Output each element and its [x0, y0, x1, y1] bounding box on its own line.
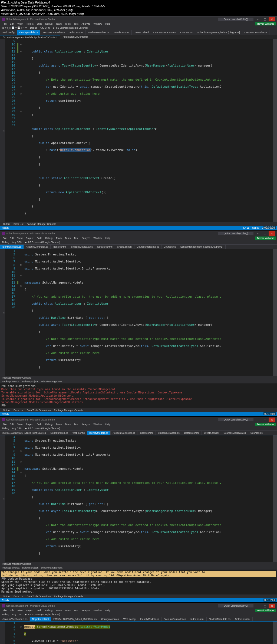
- menu-build[interactable]: Build: [35, 609, 43, 612]
- fold-column[interactable]: ⊟⊟⊟⊟⊟⊟: [18, 622, 23, 644]
- tab-index[interactable]: Index.cshtml: [67, 30, 86, 35]
- menu-help[interactable]: Help: [104, 609, 112, 612]
- menu-analyze[interactable]: Analyze: [80, 22, 92, 25]
- pmc-output[interactable]: the changes to your model when you scaff…: [0, 570, 277, 594]
- left-toolstrip[interactable]: ⬚: [0, 249, 5, 376]
- tab-coursesmeta[interactable]: CoursesMetadata.cs: [221, 431, 248, 435]
- quick-launch[interactable]: Quick Launch (Ctrl+Q): [218, 232, 253, 235]
- member-dropdown[interactable]: ApplicationDbContext(): [60, 35, 91, 39]
- quick-launch[interactable]: Quick Launch (Ctrl+Q): [218, 418, 253, 421]
- tab-courses[interactable]: Courses.cs: [161, 245, 178, 249]
- toolbar-nav[interactable]: ◉ ▾ ◯ | 📄 ▾ 💾 | ↶ ↷: [1, 26, 28, 29]
- menu-debug[interactable]: Debug: [44, 236, 54, 240]
- tab-pmc[interactable]: Package Manager Console: [25, 222, 58, 226]
- tab-identitymodels[interactable]: IdentityModels.cs: [0, 245, 24, 249]
- tab-student[interactable]: StudentMetadata.cs: [207, 617, 233, 621]
- menu-window[interactable]: Window: [92, 609, 104, 612]
- tab-config[interactable]: Configuration.cs: [99, 617, 121, 621]
- menu-help[interactable]: Help: [104, 236, 112, 240]
- pmc-output[interactable]: PM> enable-migrations More than one cont…: [0, 383, 277, 408]
- quick-launch[interactable]: Quick Launch (Ctrl+Q): [218, 18, 253, 21]
- config-cpu[interactable]: Any CPU: [39, 26, 51, 29]
- tab-pmc[interactable]: Package Manager Console: [52, 408, 85, 412]
- config-debug[interactable]: Debug: [29, 26, 38, 29]
- tab-migration[interactable]: 201904172309036_Added_BirthDate.cs: [0, 431, 48, 435]
- fold-column[interactable]: ⊟⊟⊟: [18, 249, 23, 376]
- scrollbar[interactable]: [273, 39, 277, 222]
- tab-edmx[interactable]: SchoolManagement_i.edmx [Diagram1]: [195, 30, 242, 35]
- code-panel[interactable]: 4567891011121314151617181920 ⊟⊟⊟ using S…: [5, 435, 273, 562]
- menu-build[interactable]: Build: [35, 22, 43, 25]
- tab-index[interactable]: Index.cshtml: [51, 245, 69, 249]
- fold-column[interactable]: ⊟⊟⊟: [18, 435, 23, 562]
- close-button[interactable]: ✕: [269, 418, 275, 422]
- config-debug[interactable]: Debug: [1, 427, 10, 430]
- menu-debug[interactable]: Debug: [44, 22, 54, 25]
- menu-window[interactable]: Window: [92, 423, 104, 426]
- close-button[interactable]: ✕: [269, 231, 275, 236]
- tab-create[interactable]: Create.cshtml: [115, 245, 135, 249]
- tab-output[interactable]: Output: [1, 408, 12, 412]
- code-panel[interactable]: 1234567891011121314151617181920212223242…: [5, 622, 273, 644]
- maximize-button[interactable]: ▢: [262, 231, 268, 236]
- menu-build[interactable]: Build: [35, 423, 43, 426]
- tab-details[interactable]: Details.cshtml: [182, 431, 202, 435]
- menu-edit[interactable]: Edit: [9, 22, 16, 25]
- menu-team[interactable]: Team: [54, 22, 63, 25]
- tab-accountcontroller[interactable]: AccountController.cs: [40, 30, 67, 35]
- menu-file[interactable]: File: [1, 609, 8, 612]
- run-button[interactable]: ▶ IIS Express (Google Chrome): [24, 427, 62, 430]
- config-cpu[interactable]: Any CPU: [11, 241, 23, 244]
- menu-analyze[interactable]: Analyze: [80, 423, 92, 426]
- tab-migration[interactable]: 201904172309036_Added_BirthDate.cs: [51, 617, 99, 621]
- run-button[interactable]: ▶ IIS Express (Google Chrome): [24, 241, 62, 244]
- menu-tools[interactable]: Tools: [64, 609, 72, 612]
- menu-test[interactable]: Test: [72, 609, 80, 612]
- menu-debug[interactable]: Debug: [44, 609, 54, 612]
- menu-project[interactable]: Project: [24, 423, 35, 426]
- tab-errorlist[interactable]: Error List: [12, 594, 25, 598]
- menu-team[interactable]: Team: [54, 609, 63, 612]
- tab-identitymodels[interactable]: IdentityModels.cs: [87, 431, 111, 435]
- menu-view[interactable]: View: [16, 236, 24, 240]
- menu-tools[interactable]: Tools: [64, 22, 72, 25]
- menu-test[interactable]: Test: [72, 423, 80, 426]
- menu-file[interactable]: File: [1, 236, 8, 240]
- tab-webconfig[interactable]: Web.config: [70, 431, 87, 435]
- menu-debug[interactable]: Debug: [44, 423, 54, 426]
- user-badge[interactable]: Trevoir Williams: [255, 236, 276, 240]
- tab-identity[interactable]: IdentityModels.cs: [138, 617, 161, 621]
- code-text[interactable]: using System.Threading.Tasks; using Micr…: [23, 435, 273, 562]
- scrollbar[interactable]: [273, 622, 277, 644]
- menu-team[interactable]: Team: [54, 236, 63, 240]
- tab-details[interactable]: Details.cshtml: [112, 30, 132, 35]
- maximize-button[interactable]: ▢: [262, 17, 268, 21]
- pmc-proj-value[interactable]: SchoolManagement: [41, 566, 62, 569]
- minimize-button[interactable]: −: [255, 604, 261, 608]
- tab-create[interactable]: Create.cshtml: [202, 431, 222, 435]
- menu-team[interactable]: Team: [54, 423, 63, 426]
- menu-file[interactable]: File: [1, 22, 8, 25]
- menu-project[interactable]: Project: [24, 236, 35, 240]
- user-badge[interactable]: Trevoir Williams: [255, 22, 276, 25]
- user-badge[interactable]: Trevoir Williams: [255, 609, 276, 612]
- tab-create[interactable]: Create.cshtml: [132, 30, 151, 35]
- tab-edmx[interactable]: SchoolManagement_i.edmx [Diagram1]: [178, 245, 226, 249]
- pmc-proj-value[interactable]: SchoolManagement: [41, 380, 62, 383]
- tab-studentmeta[interactable]: StudentMetadata.cs: [85, 30, 112, 35]
- menu-tools[interactable]: Tools: [64, 423, 72, 426]
- maximize-button[interactable]: ▢: [262, 604, 268, 608]
- tab-accountcontroller[interactable]: AccountController.cs: [24, 245, 51, 249]
- menu-project[interactable]: Project: [24, 22, 35, 25]
- close-button[interactable]: ✕: [269, 17, 275, 21]
- left-toolstrip[interactable]: ⬚: [0, 622, 5, 644]
- tab-index[interactable]: Index.cshtml: [188, 617, 207, 621]
- tab-register[interactable]: Register.cshtml: [30, 617, 51, 621]
- config-cpu[interactable]: Any CPU: [11, 427, 23, 430]
- tab-coursesmeta[interactable]: CoursesMetadata.cs: [151, 30, 178, 35]
- tab-details[interactable]: Details.cshtml: [95, 245, 115, 249]
- menu-test[interactable]: Test: [72, 236, 80, 240]
- menu-build[interactable]: Build: [35, 236, 43, 240]
- menu-view[interactable]: View: [16, 22, 24, 25]
- tab-courses[interactable]: Courses.cs: [178, 30, 195, 35]
